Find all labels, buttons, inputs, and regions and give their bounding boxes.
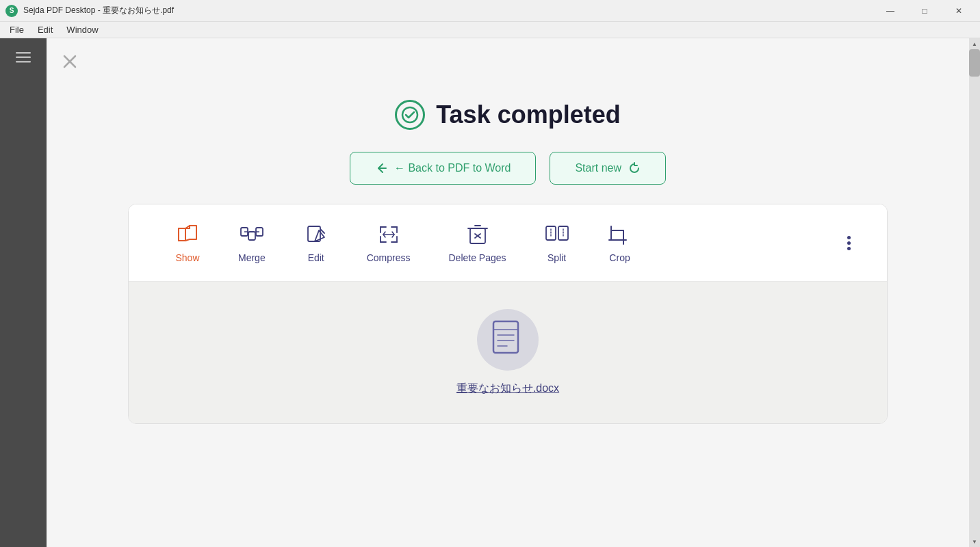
compress-icon <box>376 222 401 247</box>
app-icon: S <box>5 5 18 17</box>
scrollbar-thumb[interactable] <box>969 49 980 77</box>
menu-edit[interactable]: Edit <box>31 23 60 36</box>
task-section: Task completed ← Back to PDF to Word Sta… <box>47 100 969 424</box>
tool-show[interactable]: Show <box>156 217 219 269</box>
tool-delete-pages[interactable]: Delete Pages <box>429 217 525 269</box>
more-dot-3 <box>847 247 851 250</box>
crop-icon <box>608 222 632 247</box>
crop-label: Crop <box>609 252 630 263</box>
more-dot-1 <box>847 236 851 239</box>
title-bar-controls: — □ ✕ <box>875 0 975 22</box>
svg-point-5 <box>402 107 417 122</box>
svg-rect-12 <box>308 226 320 241</box>
close-dialog-button[interactable] <box>60 52 79 71</box>
title-bar-text: Sejda PDF Desktop - 重要なお知らせ.pdf <box>23 5 174 16</box>
show-label: Show <box>175 252 199 263</box>
scrollbar[interactable]: ▲ ▼ <box>969 38 980 547</box>
more-dot-2 <box>847 241 851 245</box>
menu-window[interactable]: Window <box>60 23 105 36</box>
tool-crop[interactable]: Crop <box>589 217 652 269</box>
tools-row: Show Merge <box>129 204 887 282</box>
edit-label: Edit <box>308 252 324 263</box>
title-bar-left: S Sejda PDF Desktop - 重要なお知らせ.pdf <box>5 5 174 17</box>
title-bar: S Sejda PDF Desktop - 重要なお知らせ.pdf — □ ✕ <box>0 0 980 22</box>
merge-icon <box>240 222 264 247</box>
main-content: Task completed ← Back to PDF to Word Sta… <box>47 38 969 547</box>
document-icon <box>491 320 525 360</box>
menu-bar: File Edit Window <box>0 22 980 38</box>
minimize-button[interactable]: — <box>875 0 906 22</box>
svg-rect-2 <box>16 61 31 63</box>
scrollbar-down-arrow[interactable]: ▼ <box>969 536 980 547</box>
tools-card: Show Merge <box>128 204 888 424</box>
svg-rect-37 <box>493 321 518 353</box>
task-completed-row: Task completed <box>395 100 620 130</box>
edit-icon <box>304 222 328 247</box>
start-new-button[interactable]: Start new <box>550 152 666 185</box>
file-area: 重要なお知らせ.docx <box>129 282 887 423</box>
task-completed-title: Task completed <box>436 101 620 129</box>
check-circle-icon <box>395 100 425 130</box>
menu-file[interactable]: File <box>3 23 31 36</box>
back-arrow-icon <box>375 162 387 174</box>
tool-edit[interactable]: Edit <box>285 217 348 269</box>
tool-merge[interactable]: Merge <box>219 217 285 269</box>
svg-rect-1 <box>16 57 31 59</box>
file-icon-circle <box>477 309 539 371</box>
refresh-icon <box>628 162 641 174</box>
split-icon <box>545 222 569 247</box>
maximize-button[interactable]: □ <box>909 0 940 22</box>
compress-label: Compress <box>367 252 411 263</box>
scrollbar-up-arrow[interactable]: ▲ <box>969 38 980 49</box>
svg-rect-9 <box>248 232 255 240</box>
more-options-button[interactable] <box>838 232 860 254</box>
svg-rect-0 <box>16 52 31 54</box>
show-icon <box>175 222 200 247</box>
tool-split[interactable]: Split <box>526 217 589 269</box>
delete-pages-label: Delete Pages <box>448 252 506 263</box>
tool-compress[interactable]: Compress <box>348 217 430 269</box>
sidebar-menu-icon[interactable] <box>10 46 36 68</box>
delete-pages-icon <box>465 222 490 247</box>
app-container: Task completed ← Back to PDF to Word Sta… <box>0 38 980 547</box>
sidebar <box>0 38 47 547</box>
action-buttons: ← Back to PDF to Word Start new <box>350 152 666 185</box>
split-label: Split <box>547 252 566 263</box>
close-button[interactable]: ✕ <box>943 0 975 22</box>
file-name[interactable]: 重要なお知らせ.docx <box>456 382 559 396</box>
back-to-pdf-word-button[interactable]: ← Back to PDF to Word <box>350 152 536 185</box>
merge-label: Merge <box>238 252 266 263</box>
